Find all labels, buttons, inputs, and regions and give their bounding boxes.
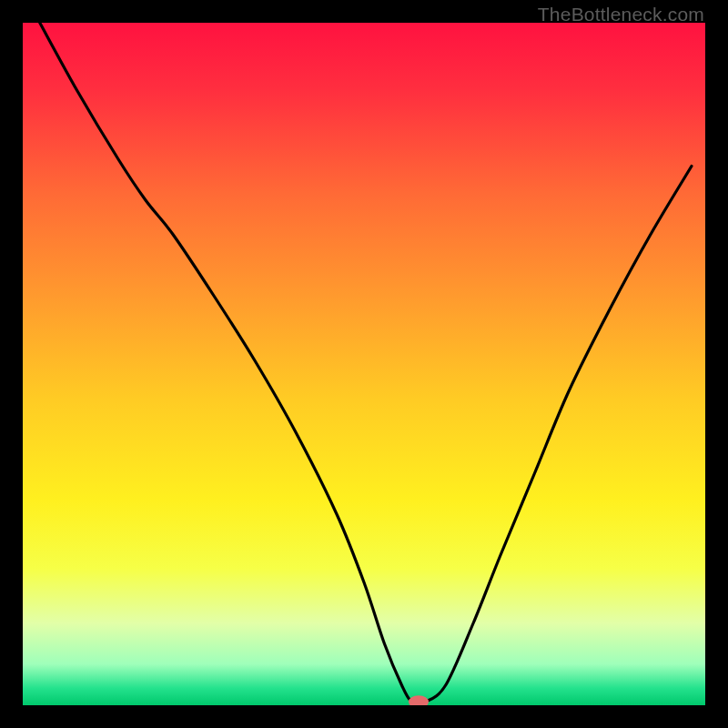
chart-svg — [23, 23, 705, 705]
watermark-text: TheBottleneck.com — [538, 4, 704, 25]
chart-container: TheBottleneck.com — [0, 0, 728, 728]
plot-area — [23, 23, 705, 705]
gradient-background — [23, 23, 705, 705]
